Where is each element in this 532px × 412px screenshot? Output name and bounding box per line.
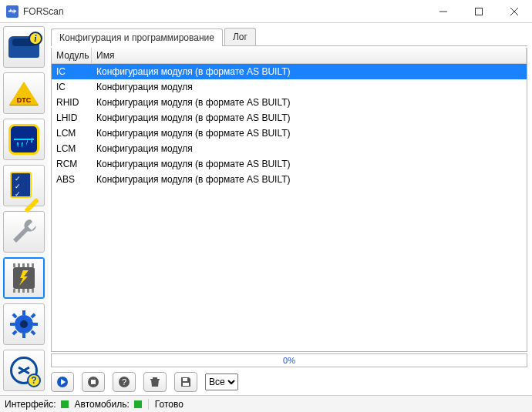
cell-module: ABS [52, 174, 92, 185]
table-row[interactable]: LCMКонфигурация модуля (в формате AS BUI… [52, 126, 527, 141]
svg-rect-10 [30, 330, 35, 335]
wrench-icon [8, 216, 39, 247]
svg-rect-7 [12, 313, 17, 318]
status-vehicle-label: Автомобиль: [75, 399, 130, 410]
status-interface-label: Интерфейс: [5, 399, 56, 410]
question-icon: ? [118, 376, 130, 388]
app-icon [6, 5, 19, 18]
svg-rect-6 [33, 323, 38, 326]
table-row[interactable]: RHIDКонфигурация модуля (в формате AS BU… [52, 95, 527, 110]
module-table: Модуль Имя ICКонфигурация модуля (в форм… [51, 48, 527, 352]
filter-select[interactable]: Все [205, 373, 238, 390]
window-minimize-button[interactable] [426, 0, 461, 23]
table-header: Модуль Имя [52, 48, 527, 64]
steering-help-icon: ? [8, 355, 39, 386]
table-row[interactable]: RCMКонфигурация модуля (в формате AS BUI… [52, 156, 527, 172]
status-vehicle-indicator [134, 400, 142, 408]
cell-module: IC [52, 82, 92, 92]
window-close-button[interactable] [497, 0, 532, 23]
content-pane: Конфигурация и программирование Лог Моду… [48, 23, 532, 395]
dtc-icon: DTC [9, 81, 39, 106]
cell-module: IC [52, 66, 92, 77]
save-icon [180, 376, 192, 388]
window-title: FORScan [23, 6, 64, 17]
svg-rect-4 [22, 333, 25, 338]
maximize-icon [475, 8, 483, 15]
table-row[interactable]: ICКонфигурация модуля (в формате AS BUIL… [52, 64, 527, 79]
table-row[interactable]: ICКонфигурация модуля [52, 79, 527, 95]
cell-name: Конфигурация модуля (в формате AS BUILT) [92, 174, 527, 185]
svg-rect-19 [183, 378, 187, 381]
stop-button[interactable] [82, 372, 105, 392]
svg-point-2 [20, 320, 28, 328]
programming-button[interactable] [3, 257, 45, 299]
column-header-name[interactable]: Имя [92, 48, 527, 63]
svg-rect-8 [30, 313, 35, 318]
live-data-button[interactable] [3, 119, 45, 160]
cell-name: Конфигурация модуля (в формате AS BUILT) [92, 159, 527, 169]
progress-text: 0% [283, 356, 295, 365]
settings-button[interactable] [3, 303, 45, 345]
chip-icon [8, 263, 39, 293]
status-text: Готово [155, 399, 184, 410]
cell-name: Конфигурация модуля (в формате AS BUILT) [92, 97, 527, 108]
column-header-module[interactable]: Модуль [52, 48, 92, 63]
close-icon [510, 8, 518, 15]
cell-name: Конфигурация модуля (в формате AS BUILT) [92, 66, 527, 77]
dtc-button[interactable]: DTC [3, 72, 45, 114]
svg-rect-0 [476, 8, 483, 15]
svg-rect-5 [10, 323, 15, 326]
gear-icon [8, 309, 39, 340]
cell-module: RHID [52, 97, 92, 108]
svg-rect-20 [183, 383, 189, 386]
cell-name: Конфигурация модуля [92, 143, 527, 154]
svg-rect-17 [153, 377, 157, 379]
trash-icon [149, 376, 161, 388]
svg-rect-9 [12, 330, 17, 335]
vehicle-icon: i [8, 36, 39, 58]
tests-button[interactable] [3, 165, 45, 206]
run-button[interactable] [51, 372, 74, 392]
cell-name: Конфигурация модуля (в формате AS BUILT) [92, 128, 527, 139]
vehicle-info-button[interactable]: i [3, 26, 45, 68]
tab-log[interactable]: Лог [224, 28, 256, 45]
bottom-toolbar: ? Все [51, 369, 527, 392]
table-body: ICКонфигурация модуля (в формате AS BUIL… [52, 64, 527, 351]
play-icon [56, 376, 69, 388]
delete-button[interactable] [143, 372, 167, 392]
stop-icon [87, 376, 99, 388]
info-button[interactable]: ? [113, 372, 136, 392]
oscilloscope-icon [8, 124, 39, 155]
svg-rect-3 [22, 310, 25, 315]
svg-text:?: ? [122, 377, 126, 387]
cell-module: LCM [52, 143, 92, 154]
cell-name: Конфигурация модуля [92, 82, 527, 92]
status-interface-indicator [61, 400, 69, 408]
table-row[interactable]: LHIDКонфигурация модуля (в формате AS BU… [52, 110, 527, 126]
cell-name: Конфигурация модуля (в формате AS BUILT) [92, 112, 527, 123]
tab-configuration[interactable]: Конфигурация и программирование [51, 28, 223, 46]
cell-module: LHID [52, 112, 92, 123]
help-button[interactable]: ? [3, 350, 45, 391]
window-titlebar: FORScan [0, 0, 532, 23]
window-maximize-button[interactable] [461, 0, 497, 23]
save-button[interactable] [174, 372, 197, 392]
progress-bar: 0% [51, 353, 527, 367]
cell-module: LCM [52, 128, 92, 139]
tab-bar: Конфигурация и программирование Лог [51, 26, 527, 46]
checklist-icon [8, 170, 39, 201]
service-button[interactable] [3, 211, 45, 253]
svg-rect-18 [150, 379, 160, 380]
sidebar: i DTC [0, 23, 48, 395]
table-row[interactable]: ABSКонфигурация модуля (в формате AS BUI… [52, 172, 527, 187]
table-row[interactable]: LCMКонфигурация модуля [52, 141, 527, 156]
svg-rect-14 [91, 380, 96, 384]
minimize-icon [439, 8, 447, 15]
status-bar: Интерфейс: Автомобиль: Готово [0, 395, 532, 412]
cell-module: RCM [52, 159, 92, 169]
